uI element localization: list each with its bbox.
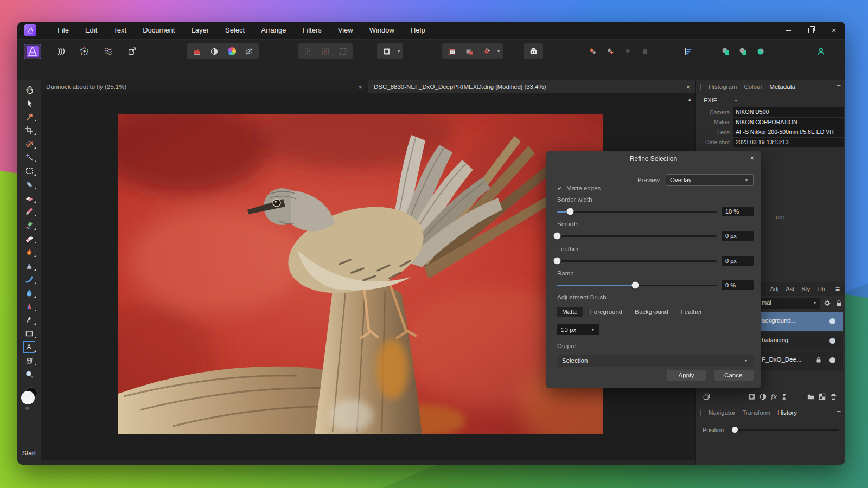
- menu-help[interactable]: Help: [403, 22, 433, 39]
- order-front-icon[interactable]: [620, 44, 636, 59]
- tab-transform[interactable]: Transform: [742, 409, 770, 416]
- account-icon[interactable]: [813, 44, 829, 59]
- rectangle-tool[interactable]: [21, 326, 37, 340]
- layer-lock-icon[interactable]: [835, 299, 843, 307]
- inpainting-tool[interactable]: [21, 177, 37, 191]
- panel-drag-handle[interactable]: [700, 84, 701, 90]
- flood-fill-tool[interactable]: [21, 245, 37, 259]
- slider-track[interactable]: [557, 285, 717, 286]
- brush-size-dropdown[interactable]: 10 px ▾: [557, 324, 599, 335]
- brush-mode-feather[interactable]: Feather: [676, 307, 707, 317]
- pixel-alignment-icon[interactable]: [461, 44, 477, 59]
- doc-tab-dunnock[interactable]: Dunnock about to fly (25.1%) ×: [41, 80, 368, 93]
- slider-thumb[interactable]: [566, 208, 573, 215]
- tab-lib[interactable]: Lib: [817, 286, 825, 292]
- hourglass-icon[interactable]: [780, 393, 788, 401]
- adjustment-layer-icon[interactable]: [759, 393, 767, 401]
- slider-thumb[interactable]: [632, 282, 639, 289]
- meta-value-lens[interactable]: AF-S Nikkor 200-500mm f/5.6E ED VR: [733, 127, 844, 137]
- slider-thumb[interactable]: [554, 233, 561, 240]
- group-folder-icon[interactable]: [807, 393, 815, 401]
- order-forward-icon[interactable]: [585, 44, 601, 59]
- layers-menu-icon[interactable]: ≡: [835, 285, 840, 293]
- exif-section-dropdown[interactable]: EXIF ▾: [699, 95, 845, 105]
- mask-layer-icon[interactable]: [748, 393, 756, 401]
- assistant-icon[interactable]: [525, 44, 541, 59]
- colour-wheel-icon[interactable]: [224, 44, 240, 59]
- extended-histogram-icon[interactable]: [189, 44, 205, 59]
- paint-brush-tool[interactable]: [21, 204, 37, 218]
- pixel-brush-tool[interactable]: [21, 218, 37, 232]
- layer-visibility-dot[interactable]: [829, 338, 835, 344]
- brush-mode-foreground[interactable]: Foreground: [585, 307, 627, 317]
- pressure-ellipse-icon[interactable]: [241, 44, 257, 59]
- slider-track[interactable]: [557, 260, 717, 262]
- menu-filters[interactable]: Filters: [294, 22, 329, 39]
- menu-document[interactable]: Document: [135, 22, 183, 39]
- menu-edit[interactable]: Edit: [77, 22, 105, 39]
- brush-mode-matte[interactable]: Matte: [557, 307, 583, 317]
- border-width-slider[interactable]: 10 %: [557, 207, 754, 216]
- meta-value-camera[interactable]: NIKON D500: [733, 107, 844, 117]
- dialog-close-icon[interactable]: ×: [750, 154, 754, 162]
- quick-mask-chevron-icon[interactable]: ▾: [396, 49, 401, 54]
- erase-tool[interactable]: [21, 232, 37, 245]
- ramp-value[interactable]: 0 %: [722, 280, 754, 290]
- tab-colour[interactable]: Colour: [744, 84, 762, 90]
- order-backward-icon[interactable]: [602, 44, 618, 59]
- move-tool[interactable]: [21, 96, 37, 110]
- select-sampled-colour-icon[interactable]: [300, 44, 316, 59]
- marquee-tool[interactable]: [21, 164, 37, 177]
- meta-value-date-shot[interactable]: 2023-03-19 13:13:13: [733, 138, 844, 147]
- tab-adj[interactable]: Adj: [770, 286, 778, 292]
- clone-stamp-tool[interactable]: [21, 259, 37, 272]
- healing-tool[interactable]: [21, 191, 37, 204]
- history-position-thumb[interactable]: [732, 427, 738, 433]
- meta-value-maker[interactable]: NIKON CORPORATION: [733, 118, 844, 127]
- horizontal-scrollbar[interactable]: [41, 460, 695, 465]
- tab-navigator[interactable]: Navigator: [709, 409, 735, 416]
- tab-sty[interactable]: Sty: [801, 286, 810, 292]
- tab-close-icon[interactable]: ×: [358, 83, 362, 91]
- start-button[interactable]: Start: [22, 445, 36, 465]
- matte-edges-checkbox[interactable]: ✓ Matte edges: [557, 184, 601, 192]
- menu-window[interactable]: Window: [361, 22, 403, 39]
- mesh-warp-tool[interactable]: [21, 354, 37, 367]
- crop-tool[interactable]: [21, 123, 37, 137]
- layer-settings-gear-icon[interactable]: [823, 299, 832, 307]
- live-filter-fx-icon[interactable]: ƒx: [770, 393, 777, 400]
- menu-file[interactable]: File: [49, 22, 77, 39]
- menu-layer[interactable]: Layer: [183, 22, 217, 39]
- apply-button[interactable]: Apply: [667, 370, 706, 381]
- photo-persona-button[interactable]: [24, 44, 41, 59]
- scrollbar-up-icon[interactable]: ▲: [687, 97, 692, 102]
- close-button[interactable]: ×: [822, 22, 845, 39]
- history-position-slider[interactable]: [732, 429, 839, 431]
- ramp-slider[interactable]: 0 %: [557, 280, 754, 290]
- menu-view[interactable]: View: [330, 22, 361, 39]
- split-view-icon[interactable]: [206, 44, 222, 59]
- snapping-magnet-icon[interactable]: [478, 44, 495, 59]
- output-dropdown[interactable]: Selection ▾: [557, 355, 754, 367]
- menu-arrange[interactable]: Arrange: [253, 22, 294, 39]
- pen-tool[interactable]: [21, 313, 37, 326]
- smudge-tool[interactable]: [21, 272, 37, 286]
- layer-visibility-dot[interactable]: [829, 357, 835, 363]
- history-menu-icon[interactable]: ≡: [837, 408, 841, 417]
- develop-persona-button[interactable]: [76, 44, 92, 58]
- tab-close-icon[interactable]: ×: [686, 83, 690, 91]
- panel-menu-icon[interactable]: ≡: [837, 82, 841, 91]
- quick-mask-icon[interactable]: [379, 44, 395, 59]
- tone-mapping-persona-button[interactable]: [100, 44, 116, 58]
- export-persona-button[interactable]: [124, 44, 140, 58]
- feather-slider[interactable]: 0 px: [557, 256, 754, 266]
- slider-track[interactable]: [557, 211, 717, 213]
- brush-mode-background[interactable]: Background: [630, 307, 673, 317]
- tab-metadata[interactable]: Metadata: [769, 84, 795, 90]
- order-back-icon[interactable]: [637, 44, 653, 59]
- deselect-icon[interactable]: [317, 44, 334, 59]
- border-width-value[interactable]: 10 %: [722, 207, 754, 216]
- restore-button[interactable]: [800, 22, 822, 39]
- delete-layer-trash-icon[interactable]: [829, 393, 838, 401]
- sharpen-tool[interactable]: [21, 299, 37, 313]
